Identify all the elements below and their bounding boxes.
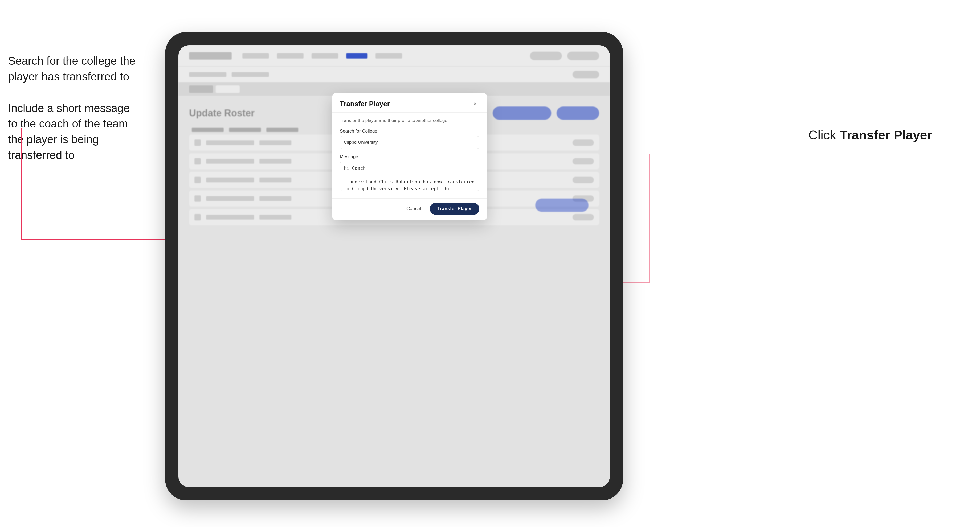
close-icon[interactable]: × <box>471 100 479 108</box>
search-college-input[interactable] <box>340 136 479 149</box>
annotation-line2: player has transferred to <box>8 69 146 85</box>
modal-body: Transfer the player and their profile to… <box>332 113 487 198</box>
modal-header: Transfer Player × <box>332 93 487 113</box>
tablet-screen: Update Roster <box>178 45 610 487</box>
annotation-line1: Search for the college the <box>8 53 146 69</box>
annotation-line5: the player is being <box>8 132 146 148</box>
tablet-frame: Update Roster <box>165 32 623 500</box>
message-textarea[interactable]: Hi Coach, I understand Chris Robertson h… <box>340 162 479 191</box>
annotation-line4: to the coach of the team <box>8 116 146 132</box>
right-annotation: Click Transfer Player <box>808 128 932 142</box>
annotation-right-bold: Transfer Player <box>840 128 932 142</box>
modal-subtitle: Transfer the player and their profile to… <box>340 118 479 123</box>
annotation-right-prefix: Click <box>808 128 840 142</box>
modal-footer: Cancel Transfer Player <box>332 198 487 220</box>
modal-title: Transfer Player <box>340 100 390 108</box>
modal-overlay: Transfer Player × Transfer the player an… <box>178 45 610 487</box>
message-label: Message <box>340 154 479 159</box>
transfer-player-button[interactable]: Transfer Player <box>430 203 479 215</box>
annotation-line6: transferred to <box>8 148 146 163</box>
left-annotation: Search for the college the player has tr… <box>8 53 146 163</box>
annotation-line3: Include a short message <box>8 101 146 116</box>
search-college-label: Search for College <box>340 129 479 134</box>
transfer-player-modal: Transfer Player × Transfer the player an… <box>332 93 487 220</box>
cancel-button[interactable]: Cancel <box>402 203 426 214</box>
